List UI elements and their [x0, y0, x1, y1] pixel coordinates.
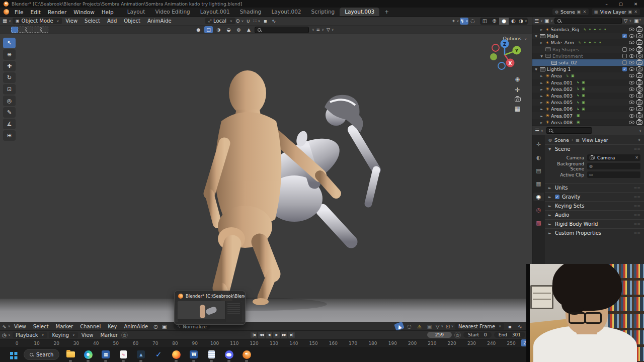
show-gizmo-dropdown[interactable]: ⌖∨ [451, 18, 460, 25]
object-name[interactable]: Area.007 [551, 113, 573, 119]
menu-edit[interactable]: Edit [27, 9, 44, 15]
todo-icon[interactable]: ✓ [152, 348, 165, 361]
sort-dropdown[interactable]: ≡∨ [316, 26, 325, 33]
filter-mesh-icon[interactable]: ● [194, 26, 203, 33]
firefox-icon[interactable] [170, 348, 183, 361]
select-mode-set[interactable] [11, 27, 18, 33]
cursor-select-icon[interactable]: ▲ [394, 322, 405, 331]
chevron-down-icon[interactable]: ∨ [312, 28, 314, 32]
jump-to-end-button[interactable]: ▶| [288, 332, 295, 338]
shading-material-icon[interactable]: ◐ [509, 18, 518, 25]
snap-settings-dropdown[interactable]: ∷∨ [253, 18, 261, 25]
collection-name[interactable]: Male [547, 33, 558, 39]
tab-video-editing[interactable]: Video Editing [150, 8, 195, 16]
outliner-search-input[interactable] [563, 18, 619, 23]
outliner-row-male[interactable]: ▼ Male ✓ [532, 33, 644, 39]
camera-render-icon[interactable] [636, 80, 642, 85]
panel-units[interactable]: ► Units ≡≡ [545, 183, 644, 192]
panel-rigid-body-world[interactable]: ► Rigid Body World ≡≡ [545, 219, 644, 228]
collection-name[interactable]: sofa_02 [558, 60, 577, 65]
playback-sync-icon[interactable]: ◷ [151, 323, 160, 330]
tool-cursor[interactable]: ⊕ [3, 49, 16, 60]
proportional-falloff-dropdown[interactable]: ∿ [270, 18, 278, 25]
keying-dropdown[interactable]: Keying∨ [49, 332, 77, 338]
taskbar-preview-popup[interactable]: Blender* [C:\Seabrook\Blender … [174, 291, 246, 325]
tool-annotate[interactable]: ✎ [3, 107, 16, 118]
outliner-row-area-003[interactable]: ► ☀ Area.003 ↳ ▣ [532, 93, 644, 99]
photos-icon[interactable]: ▲ [134, 348, 147, 361]
camera-render-icon[interactable] [636, 54, 642, 58]
camera-render-icon[interactable] [636, 120, 642, 125]
tool-transform[interactable]: ◎ [3, 96, 16, 106]
panel-custom-properties[interactable]: ► Custom Properties ≡≡ [545, 228, 644, 237]
3d-scene[interactable] [0, 17, 532, 322]
tool-select-box[interactable]: ↖ [3, 38, 16, 48]
calculator-icon[interactable]: ▦ [99, 348, 112, 361]
breadcrumb-scene[interactable]: Scene [554, 137, 569, 143]
eye-icon[interactable] [629, 114, 634, 118]
object-name[interactable]: Area [551, 73, 562, 78]
select-mode-subtract[interactable] [26, 27, 33, 33]
playback-dropdown[interactable]: Playback∨ [13, 332, 47, 338]
disclosure-icon[interactable]: ► [539, 28, 544, 31]
snap-magnet-toggle[interactable]: ∪ [244, 18, 253, 25]
select-mode-invert[interactable] [34, 27, 41, 33]
menu-render[interactable]: Render [44, 9, 70, 15]
tab-render[interactable]: ◐ [533, 153, 544, 162]
object-name[interactable]: Area.003 [551, 93, 573, 99]
new-collection-icon[interactable]: ▣⁺ [633, 17, 642, 24]
navigation-gizmo[interactable]: Z Y X [487, 38, 523, 72]
eye-icon[interactable] [629, 54, 634, 58]
object-name[interactable]: Area.002 [551, 86, 573, 92]
disclosure-icon[interactable]: ▼ [534, 34, 538, 38]
ge-menu-channel[interactable]: Channel [76, 324, 104, 329]
new-layer-icon[interactable]: ▣ [628, 10, 632, 14]
object-name[interactable]: Area.005 [551, 100, 573, 105]
zoom-icon[interactable]: ⊕ [513, 76, 522, 83]
camera-view-icon[interactable] [515, 97, 521, 102]
outliner-row-sofa-02-selected[interactable]: sofa_02 [532, 59, 644, 66]
outliner-row-area[interactable]: ► ☀ Area ↳ ▣ [532, 72, 644, 79]
tab-scene[interactable]: ◉ [533, 193, 544, 201]
viewport-menu-animaide[interactable]: AnimAide [144, 18, 175, 24]
filter-world-icon[interactable]: ◍ [234, 26, 243, 33]
disclosure-icon[interactable]: ► [539, 81, 544, 84]
camera-render-icon[interactable] [636, 47, 642, 52]
taskbar-search[interactable]: Search [24, 349, 59, 360]
camera-render-icon[interactable] [636, 94, 642, 98]
toggle-xray-icon[interactable]: ◫ [480, 18, 490, 25]
eye-icon[interactable] [629, 34, 634, 38]
disclosure-icon[interactable]: ► [539, 114, 544, 118]
disclosure-icon[interactable]: ► [539, 94, 544, 98]
toggle-perspective-icon[interactable]: ▦ [513, 105, 522, 112]
outliner-row-area-001[interactable]: ► ☀ Area.001 ↳ ▣ [532, 79, 644, 86]
axis-neg-y[interactable] [490, 53, 497, 60]
disclosure-icon[interactable]: ► [539, 41, 544, 44]
collection-name[interactable]: Lighting 1 [547, 66, 571, 72]
viewport-menu-select[interactable]: Select [81, 18, 104, 24]
object-name[interactable]: Area.001 [551, 80, 573, 85]
remove-layer-icon[interactable]: ✕ [634, 10, 637, 14]
camera-render-icon[interactable] [636, 87, 642, 92]
collection-checkbox[interactable] [622, 47, 627, 52]
properties-search[interactable] [546, 127, 592, 134]
tab-layout[interactable]: Layout [122, 8, 150, 16]
outliner-row-rig-shapes[interactable]: Rig Shapes [532, 46, 644, 53]
disclosure-icon[interactable]: ► [539, 87, 544, 91]
panel-scene-header[interactable]: ▼ Scene ≡≡ [545, 144, 644, 153]
outliner-row-male-arm[interactable]: ► ✶ Male_Arm ↳ ✶ ✦ ✧ ✶ [532, 39, 644, 46]
eye-icon[interactable] [629, 107, 634, 111]
view-layer-selector[interactable]: ▦ View Layer ▣ ✕ [592, 9, 640, 15]
viewport-menu-add[interactable]: Add [104, 18, 120, 24]
ge-menu-view[interactable]: View [11, 324, 30, 329]
browser-icon[interactable] [82, 348, 95, 361]
proportional-editing-toggle[interactable]: ▪ [261, 18, 270, 25]
disclosure-icon[interactable]: ► [539, 74, 544, 77]
end-frame-field[interactable]: End 301 [494, 332, 525, 338]
tab-output[interactable]: ▤ [533, 166, 544, 175]
shading-rendered-icon[interactable]: ◑∨ [518, 18, 528, 25]
tool-scale[interactable]: ⊡ [3, 84, 16, 95]
eye-icon[interactable] [629, 87, 634, 91]
outliner-row-area-006[interactable]: ► ☀ Area.006 ↳ ▣ [532, 106, 644, 112]
outliner-search[interactable] [554, 18, 622, 24]
